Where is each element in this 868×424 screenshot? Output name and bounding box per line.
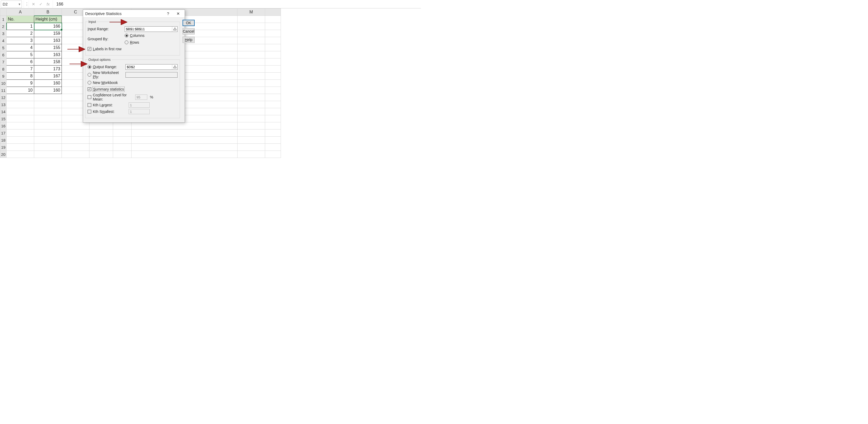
cell[interactable] <box>238 37 265 44</box>
row-header[interactable]: 19 <box>0 144 7 151</box>
cell[interactable] <box>7 94 34 101</box>
cell[interactable] <box>62 122 89 129</box>
row-header[interactable]: 7 <box>0 58 7 65</box>
col-header[interactable]: M <box>238 9 265 16</box>
summary-statistics-check[interactable]: Summary statistics <box>88 86 178 92</box>
cell[interactable] <box>238 129 265 137</box>
cell[interactable] <box>34 137 62 144</box>
cell[interactable] <box>265 16 281 23</box>
range-picker-icon[interactable] <box>172 27 177 32</box>
col-header[interactable] <box>265 9 281 16</box>
new-workbook-radio[interactable]: New Workbook <box>88 80 178 86</box>
cell[interactable] <box>34 115 62 122</box>
cell[interactable]: 158 <box>34 58 62 65</box>
cell[interactable] <box>265 37 281 44</box>
cell[interactable] <box>34 129 62 137</box>
dialog-titlebar[interactable]: Descriptive Statistics ? ✕ <box>83 10 185 18</box>
confidence-level-check[interactable]: Confidence Level for Mean: 95 % <box>88 93 178 101</box>
row-header[interactable]: 18 <box>0 137 7 144</box>
cell[interactable]: 9 <box>7 80 34 87</box>
cell[interactable] <box>265 101 281 108</box>
cell[interactable] <box>238 87 265 94</box>
cell[interactable]: 163 <box>34 51 62 58</box>
cell[interactable] <box>238 144 265 151</box>
input-range-field[interactable] <box>125 26 178 32</box>
output-range-field[interactable] <box>125 64 178 70</box>
cell[interactable]: 3 <box>7 37 34 44</box>
cell[interactable] <box>62 144 89 151</box>
output-range-radio[interactable]: Output Range: <box>88 64 178 70</box>
cell[interactable] <box>131 129 238 137</box>
cell[interactable]: 163 <box>34 37 62 44</box>
cell[interactable] <box>265 44 281 51</box>
cell[interactable] <box>265 151 281 158</box>
cell[interactable] <box>238 51 265 58</box>
formula-input[interactable]: 166 <box>54 2 421 7</box>
cell[interactable] <box>265 87 281 94</box>
cell[interactable] <box>238 94 265 101</box>
cell[interactable] <box>131 137 238 144</box>
row-header[interactable]: 3 <box>0 30 7 37</box>
select-all-corner[interactable] <box>0 9 7 16</box>
row-header[interactable]: 10 <box>0 80 7 87</box>
cell[interactable] <box>7 137 34 144</box>
cell[interactable] <box>238 151 265 158</box>
cell[interactable] <box>265 108 281 115</box>
kth-smallest-check[interactable]: Kth Smallest: 1 <box>88 109 178 115</box>
cell[interactable] <box>131 151 238 158</box>
cell[interactable] <box>238 137 265 144</box>
kth-largest-check[interactable]: Kth Largest: 1 <box>88 102 178 108</box>
cell[interactable]: 4 <box>7 44 34 51</box>
labels-first-row-check[interactable]: Labels in first row <box>88 46 178 52</box>
output-range-input[interactable] <box>126 64 172 69</box>
cell[interactable]: 6 <box>7 58 34 65</box>
cell[interactable]: Height (cm) <box>34 16 62 23</box>
cell[interactable] <box>113 151 131 158</box>
row-header[interactable]: 12 <box>0 94 7 101</box>
cell[interactable] <box>265 58 281 65</box>
cell[interactable] <box>113 129 131 137</box>
cell[interactable] <box>265 73 281 80</box>
range-picker-icon[interactable] <box>172 64 177 69</box>
cell[interactable]: 10 <box>7 87 34 94</box>
row-header[interactable]: 8 <box>0 65 7 73</box>
cell[interactable] <box>238 30 265 37</box>
ok-button[interactable]: OK <box>183 20 195 26</box>
cell[interactable] <box>265 94 281 101</box>
cell[interactable] <box>238 16 265 23</box>
cell[interactable] <box>89 151 113 158</box>
cell[interactable] <box>238 122 265 129</box>
cell[interactable]: 159 <box>34 30 62 37</box>
cell[interactable] <box>238 23 265 30</box>
row-header[interactable]: 6 <box>0 51 7 58</box>
cell[interactable]: No. <box>7 16 34 23</box>
cell[interactable] <box>7 108 34 115</box>
cell[interactable] <box>7 129 34 137</box>
row-header[interactable]: 2 <box>0 23 7 30</box>
cell[interactable]: 5 <box>7 51 34 58</box>
cell[interactable] <box>265 115 281 122</box>
cell[interactable] <box>265 30 281 37</box>
cell[interactable]: 155 <box>34 44 62 51</box>
cell-selected[interactable]: 166 <box>34 23 62 30</box>
cell[interactable] <box>34 122 62 129</box>
confirm-entry-icon[interactable]: ✓ <box>37 1 44 8</box>
row-header[interactable]: 16 <box>0 122 7 129</box>
cell[interactable] <box>89 137 113 144</box>
cell[interactable] <box>7 151 34 158</box>
cell[interactable] <box>265 23 281 30</box>
row-header[interactable]: 9 <box>0 73 7 80</box>
cell[interactable]: 160 <box>34 80 62 87</box>
cell[interactable] <box>7 122 34 129</box>
cell[interactable] <box>238 108 265 115</box>
cell[interactable]: 1 <box>7 23 34 30</box>
row-header[interactable]: 20 <box>0 151 7 158</box>
input-range-input[interactable] <box>125 27 172 32</box>
row-header[interactable]: 17 <box>0 129 7 137</box>
cell[interactable] <box>34 94 62 101</box>
cell[interactable] <box>265 80 281 87</box>
row-header[interactable]: 15 <box>0 115 7 122</box>
cell[interactable] <box>34 144 62 151</box>
cell[interactable]: 160 <box>34 87 62 94</box>
cancel-button[interactable]: Cancel <box>183 28 195 34</box>
